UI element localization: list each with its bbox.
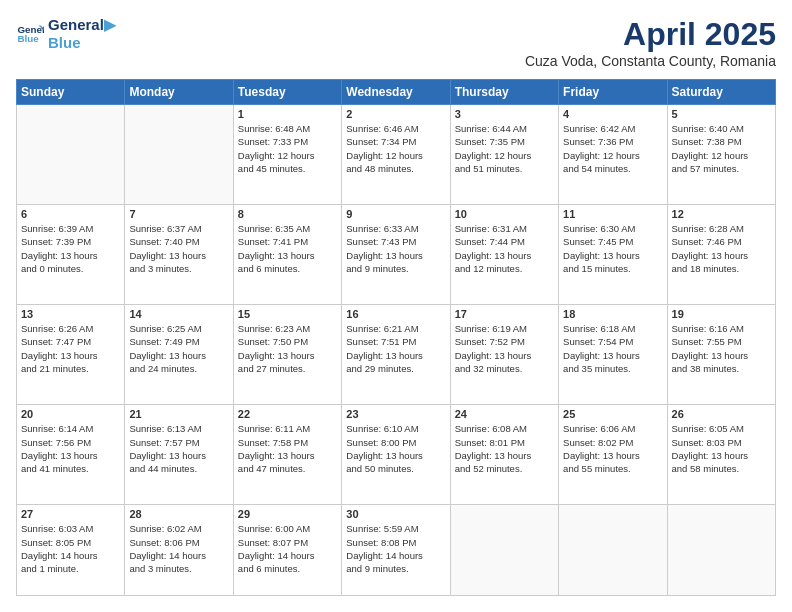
day-info: Sunrise: 6:03 AM Sunset: 8:05 PM Dayligh…	[21, 522, 120, 575]
day-number: 12	[672, 208, 771, 220]
calendar-cell: 20Sunrise: 6:14 AM Sunset: 7:56 PM Dayli…	[17, 405, 125, 505]
day-number: 13	[21, 308, 120, 320]
calendar-cell: 11Sunrise: 6:30 AM Sunset: 7:45 PM Dayli…	[559, 205, 667, 305]
calendar-cell: 16Sunrise: 6:21 AM Sunset: 7:51 PM Dayli…	[342, 305, 450, 405]
day-number: 30	[346, 508, 445, 520]
day-number: 29	[238, 508, 337, 520]
calendar-cell: 9Sunrise: 6:33 AM Sunset: 7:43 PM Daylig…	[342, 205, 450, 305]
day-number: 1	[238, 108, 337, 120]
title-block: April 2025 Cuza Voda, Constanta County, …	[525, 16, 776, 69]
calendar-cell: 17Sunrise: 6:19 AM Sunset: 7:52 PM Dayli…	[450, 305, 558, 405]
day-number: 27	[21, 508, 120, 520]
day-header-friday: Friday	[559, 80, 667, 105]
day-info: Sunrise: 6:30 AM Sunset: 7:45 PM Dayligh…	[563, 222, 662, 275]
day-info: Sunrise: 6:26 AM Sunset: 7:47 PM Dayligh…	[21, 322, 120, 375]
day-info: Sunrise: 6:18 AM Sunset: 7:54 PM Dayligh…	[563, 322, 662, 375]
month-year: April 2025	[525, 16, 776, 53]
logo-general: General▶	[48, 16, 116, 34]
day-number: 16	[346, 308, 445, 320]
day-info: Sunrise: 6:31 AM Sunset: 7:44 PM Dayligh…	[455, 222, 554, 275]
day-number: 10	[455, 208, 554, 220]
calendar-cell: 25Sunrise: 6:06 AM Sunset: 8:02 PM Dayli…	[559, 405, 667, 505]
day-number: 26	[672, 408, 771, 420]
day-number: 9	[346, 208, 445, 220]
day-header-wednesday: Wednesday	[342, 80, 450, 105]
calendar-cell: 3Sunrise: 6:44 AM Sunset: 7:35 PM Daylig…	[450, 105, 558, 205]
day-info: Sunrise: 6:13 AM Sunset: 7:57 PM Dayligh…	[129, 422, 228, 475]
day-info: Sunrise: 6:42 AM Sunset: 7:36 PM Dayligh…	[563, 122, 662, 175]
day-number: 24	[455, 408, 554, 420]
logo-icon: General Blue	[16, 20, 44, 48]
calendar-cell	[667, 505, 775, 596]
day-info: Sunrise: 6:46 AM Sunset: 7:34 PM Dayligh…	[346, 122, 445, 175]
calendar-cell: 13Sunrise: 6:26 AM Sunset: 7:47 PM Dayli…	[17, 305, 125, 405]
calendar-cell: 27Sunrise: 6:03 AM Sunset: 8:05 PM Dayli…	[17, 505, 125, 596]
day-number: 23	[346, 408, 445, 420]
day-number: 20	[21, 408, 120, 420]
day-number: 6	[21, 208, 120, 220]
day-info: Sunrise: 6:28 AM Sunset: 7:46 PM Dayligh…	[672, 222, 771, 275]
day-info: Sunrise: 6:21 AM Sunset: 7:51 PM Dayligh…	[346, 322, 445, 375]
day-header-tuesday: Tuesday	[233, 80, 341, 105]
calendar-cell: 30Sunrise: 5:59 AM Sunset: 8:08 PM Dayli…	[342, 505, 450, 596]
day-header-thursday: Thursday	[450, 80, 558, 105]
calendar-cell: 28Sunrise: 6:02 AM Sunset: 8:06 PM Dayli…	[125, 505, 233, 596]
calendar-cell: 14Sunrise: 6:25 AM Sunset: 7:49 PM Dayli…	[125, 305, 233, 405]
day-number: 8	[238, 208, 337, 220]
page-header: General Blue General▶ Blue April 2025 Cu…	[16, 16, 776, 69]
day-info: Sunrise: 6:14 AM Sunset: 7:56 PM Dayligh…	[21, 422, 120, 475]
calendar-cell	[17, 105, 125, 205]
day-header-monday: Monday	[125, 80, 233, 105]
calendar-cell: 7Sunrise: 6:37 AM Sunset: 7:40 PM Daylig…	[125, 205, 233, 305]
day-info: Sunrise: 6:39 AM Sunset: 7:39 PM Dayligh…	[21, 222, 120, 275]
day-number: 28	[129, 508, 228, 520]
day-info: Sunrise: 6:33 AM Sunset: 7:43 PM Dayligh…	[346, 222, 445, 275]
svg-text:Blue: Blue	[17, 33, 39, 44]
calendar-cell: 4Sunrise: 6:42 AM Sunset: 7:36 PM Daylig…	[559, 105, 667, 205]
calendar-cell: 23Sunrise: 6:10 AM Sunset: 8:00 PM Dayli…	[342, 405, 450, 505]
calendar-cell	[559, 505, 667, 596]
calendar-cell: 12Sunrise: 6:28 AM Sunset: 7:46 PM Dayli…	[667, 205, 775, 305]
calendar-cell: 21Sunrise: 6:13 AM Sunset: 7:57 PM Dayli…	[125, 405, 233, 505]
calendar-cell: 5Sunrise: 6:40 AM Sunset: 7:38 PM Daylig…	[667, 105, 775, 205]
day-header-sunday: Sunday	[17, 80, 125, 105]
day-info: Sunrise: 6:10 AM Sunset: 8:00 PM Dayligh…	[346, 422, 445, 475]
calendar-cell: 22Sunrise: 6:11 AM Sunset: 7:58 PM Dayli…	[233, 405, 341, 505]
logo: General Blue General▶ Blue	[16, 16, 116, 52]
day-number: 2	[346, 108, 445, 120]
day-number: 14	[129, 308, 228, 320]
day-info: Sunrise: 6:25 AM Sunset: 7:49 PM Dayligh…	[129, 322, 228, 375]
calendar-table: SundayMondayTuesdayWednesdayThursdayFrid…	[16, 79, 776, 596]
calendar-cell: 8Sunrise: 6:35 AM Sunset: 7:41 PM Daylig…	[233, 205, 341, 305]
calendar-cell: 24Sunrise: 6:08 AM Sunset: 8:01 PM Dayli…	[450, 405, 558, 505]
day-info: Sunrise: 6:37 AM Sunset: 7:40 PM Dayligh…	[129, 222, 228, 275]
calendar-cell: 10Sunrise: 6:31 AM Sunset: 7:44 PM Dayli…	[450, 205, 558, 305]
calendar-cell	[450, 505, 558, 596]
location: Cuza Voda, Constanta County, Romania	[525, 53, 776, 69]
day-number: 7	[129, 208, 228, 220]
calendar-cell: 1Sunrise: 6:48 AM Sunset: 7:33 PM Daylig…	[233, 105, 341, 205]
day-number: 22	[238, 408, 337, 420]
calendar-cell: 6Sunrise: 6:39 AM Sunset: 7:39 PM Daylig…	[17, 205, 125, 305]
calendar-cell: 19Sunrise: 6:16 AM Sunset: 7:55 PM Dayli…	[667, 305, 775, 405]
day-header-saturday: Saturday	[667, 80, 775, 105]
day-number: 17	[455, 308, 554, 320]
day-info: Sunrise: 6:19 AM Sunset: 7:52 PM Dayligh…	[455, 322, 554, 375]
day-info: Sunrise: 6:08 AM Sunset: 8:01 PM Dayligh…	[455, 422, 554, 475]
day-number: 25	[563, 408, 662, 420]
day-info: Sunrise: 6:02 AM Sunset: 8:06 PM Dayligh…	[129, 522, 228, 575]
calendar-cell: 29Sunrise: 6:00 AM Sunset: 8:07 PM Dayli…	[233, 505, 341, 596]
logo-blue: Blue	[48, 34, 116, 52]
day-number: 4	[563, 108, 662, 120]
day-info: Sunrise: 6:11 AM Sunset: 7:58 PM Dayligh…	[238, 422, 337, 475]
day-info: Sunrise: 6:05 AM Sunset: 8:03 PM Dayligh…	[672, 422, 771, 475]
day-info: Sunrise: 5:59 AM Sunset: 8:08 PM Dayligh…	[346, 522, 445, 575]
calendar-cell: 2Sunrise: 6:46 AM Sunset: 7:34 PM Daylig…	[342, 105, 450, 205]
day-info: Sunrise: 6:06 AM Sunset: 8:02 PM Dayligh…	[563, 422, 662, 475]
day-number: 3	[455, 108, 554, 120]
calendar-cell: 18Sunrise: 6:18 AM Sunset: 7:54 PM Dayli…	[559, 305, 667, 405]
day-number: 21	[129, 408, 228, 420]
day-number: 15	[238, 308, 337, 320]
day-number: 19	[672, 308, 771, 320]
day-info: Sunrise: 6:40 AM Sunset: 7:38 PM Dayligh…	[672, 122, 771, 175]
